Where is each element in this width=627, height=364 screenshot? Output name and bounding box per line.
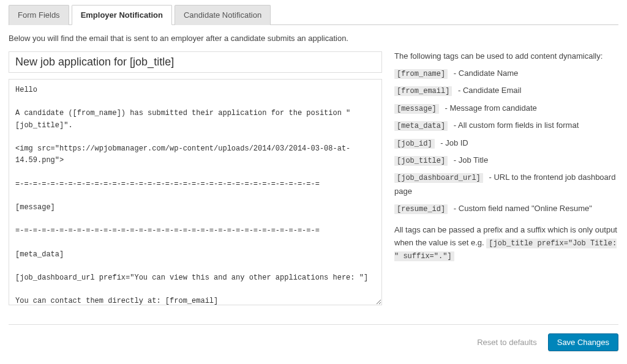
footer: Reset to defaults Save Changes: [9, 324, 618, 351]
tag-row: [job_id] - Job ID: [394, 136, 618, 150]
content: The following tags can be used to add co…: [9, 51, 618, 307]
tag-list: [from_name] - Candidate Name [from_email…: [394, 67, 618, 215]
tag-desc: - Custom field named "Online Resume": [451, 204, 592, 213]
tag-desc: - Candidate Name: [451, 69, 518, 78]
tag-code: [meta_data]: [394, 121, 448, 131]
tag-desc: - Message from candidate: [443, 103, 537, 113]
left-column: [9, 51, 382, 307]
tag-code: [resume_id]: [394, 204, 448, 214]
email-body-textarea[interactable]: [9, 79, 382, 305]
tag-desc: - All custom form fields in list format: [451, 121, 579, 130]
tag-code: [job_title]: [394, 156, 448, 166]
tag-code: [message]: [394, 104, 439, 114]
tag-row: [job_title] - Job Title: [394, 154, 618, 167]
tags-heading: The following tags can be used to add co…: [394, 51, 618, 61]
tag-desc: - Job ID: [438, 138, 468, 147]
tag-row: [message] - Message from candidate: [394, 102, 618, 115]
tag-code: [from_email]: [394, 86, 452, 96]
tag-code: [job_id]: [394, 139, 435, 149]
tag-row: [resume_id] - Custom field named "Online…: [394, 202, 618, 215]
tag-code: [job_dashboard_url]: [394, 173, 483, 183]
email-subject-input[interactable]: [9, 51, 382, 73]
tab-employer-notification[interactable]: Employer Notification: [72, 5, 172, 25]
tag-row: [from_email] - Candidate Email: [394, 84, 618, 97]
tag-row: [job_dashboard_url] - URL to the fronten…: [394, 171, 618, 198]
reset-to-defaults-link[interactable]: Reset to defaults: [477, 338, 537, 347]
tag-row: [meta_data] - All custom form fields in …: [394, 119, 618, 132]
intro-text: Below you will find the email that is se…: [9, 34, 618, 43]
tabs: Form Fields Employer Notification Candid…: [9, 5, 618, 25]
tab-candidate-notification[interactable]: Candidate Notification: [175, 5, 271, 25]
tab-form-fields[interactable]: Form Fields: [9, 5, 69, 25]
tag-desc: - Candidate Email: [456, 86, 521, 95]
tag-code: [from_name]: [394, 69, 448, 79]
tag-row: [from_name] - Candidate Name: [394, 67, 618, 80]
tag-note: All tags can be passed a prefix and a su…: [394, 224, 618, 262]
right-column: The following tags can be used to add co…: [394, 51, 618, 307]
tag-desc: - Job Title: [451, 155, 488, 165]
save-changes-button[interactable]: Save Changes: [548, 333, 618, 351]
